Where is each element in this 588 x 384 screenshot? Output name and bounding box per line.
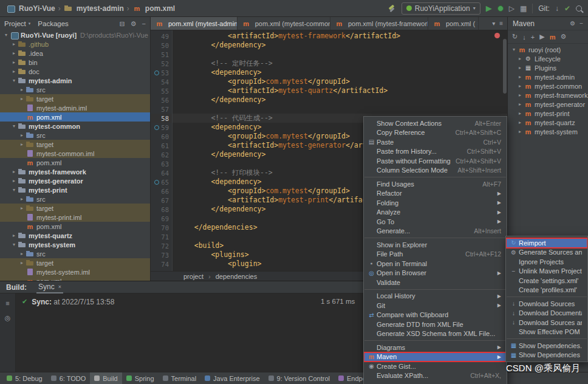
tree-toggle-icon[interactable]: ▾ [2, 32, 10, 38]
context-menu-item[interactable]: Show Context ActionsAlt+Enter [364, 118, 507, 128]
breadcrumb-item[interactable]: mpom.xml [132, 4, 175, 13]
debug-button[interactable] [497, 5, 504, 12]
tree-row[interactable]: ▾RuoYi-Vue [ruoyi]D:\products\RuoYi-Vue [0, 30, 150, 39]
gear-icon[interactable]: ⚙ [570, 20, 575, 27]
context-menu-item[interactable]: Git▶ [364, 301, 507, 310]
search-everywhere-icon[interactable] [576, 5, 582, 12]
maven-node-row[interactable]: ▸mmytest-framework [508, 91, 588, 100]
maven-submenu-item[interactable]: Show Effective POM [506, 327, 587, 337]
tree-toggle-icon[interactable]: ▸ [18, 196, 26, 202]
run-with-coverage-button[interactable]: ▷ [509, 5, 514, 12]
maven-node-row[interactable]: ▸mmytest-system [508, 127, 588, 136]
tree-row[interactable]: ▸.idea [0, 49, 150, 58]
tree-row[interactable]: ▾mytest-admin [0, 76, 150, 85]
statusbar-item-debug[interactable]: 5: Debug [2, 372, 47, 384]
code-line[interactable]: <!-- 定时任务--> [173, 59, 507, 68]
tree-row[interactable]: ▸target [0, 94, 150, 103]
code-line[interactable]: <groupId>com.mytest</groupId> [173, 77, 507, 86]
run-maven-goal-icon[interactable]: ▶ [539, 33, 544, 41]
tree-row[interactable]: ▸src [0, 85, 150, 94]
tree-row[interactable]: ▸mytest-quartz [0, 231, 150, 240]
tree-row[interactable]: ▾mytest-system [0, 240, 150, 249]
statusbar-item-terminal[interactable]: Terminal [159, 372, 201, 384]
code-line[interactable]: <dependency> [173, 68, 507, 77]
maven-submenu-item[interactable]: Create 'settings.xml' [506, 276, 587, 286]
statusbar-item-spring[interactable]: Spring [122, 372, 159, 384]
maven-submenu-item[interactable]: ⚙Generate Sources and Update Folders [506, 248, 587, 258]
context-menu-item[interactable]: Generate...Alt+Insert [364, 227, 507, 236]
context-menu-item[interactable]: Diagrams▶ [364, 343, 507, 352]
git-update-button[interactable]: ↓ [555, 5, 559, 12]
tree-toggle-icon[interactable]: ▸ [10, 41, 18, 47]
sync-status-row[interactable]: ✔ Sync: at 2022/7/15 13:58 [16, 293, 114, 372]
tree-toggle-icon[interactable]: ▸ [516, 83, 524, 89]
statusbar-item-todo[interactable]: 6: TODO [47, 372, 91, 384]
tree-row[interactable]: ▸mytest-framework [0, 167, 150, 176]
code-line[interactable] [173, 105, 507, 114]
context-menu-item[interactable]: Analyze▶ [364, 208, 507, 218]
maven-node-row[interactable]: ▸▦Plugins [508, 63, 588, 72]
tree-toggle-icon[interactable]: ▸ [18, 132, 26, 138]
context-menu-item[interactable]: Validate [364, 278, 507, 287]
tree-row[interactable]: mytest-admin.iml [0, 103, 150, 112]
tree-row[interactable]: ▸src [0, 194, 150, 204]
context-menu-item[interactable]: Copy ReferenceCtrl+Alt+Shift+C [364, 128, 507, 138]
maven-submenu-item[interactable]: ↻Reimport [506, 238, 587, 248]
tree-toggle-icon[interactable]: ▸ [10, 50, 18, 56]
tree-toggle-icon[interactable]: ▸ [18, 142, 26, 147]
tree-row[interactable]: mytest-system.iml [0, 267, 150, 276]
profiler-button[interactable]: ▦ [520, 5, 527, 12]
context-menu-item[interactable]: ▤PasteCtrl+V [364, 137, 507, 147]
run-button[interactable]: ▶ [486, 4, 492, 12]
maven-root-row[interactable]: ▾mruoyi (root) [508, 45, 588, 54]
breadcrumb-dependencies[interactable]: dependencies [216, 273, 258, 280]
tree-row[interactable]: ▸src [0, 249, 150, 258]
tree-toggle-icon[interactable]: ▸ [516, 56, 524, 61]
tree-toggle-icon[interactable]: ▸ [516, 111, 524, 116]
statusbar-item-version-control[interactable]: 9: Version Control [264, 372, 334, 384]
editor-tab[interactable]: mpom.xml (mytest-framework)× [330, 17, 428, 30]
maven-node-row[interactable]: ▸mmytest-generator [508, 100, 588, 109]
tree-row[interactable]: mpom.xml [0, 222, 150, 231]
maven-node-row[interactable]: ▸mmytest-quartz [508, 118, 588, 127]
tree-row[interactable]: mpom.xml [0, 112, 150, 122]
context-menu-item[interactable]: ⇄Compare with Clipboard [364, 310, 507, 320]
tree-toggle-icon[interactable]: ▸ [10, 60, 18, 65]
maven-submenu-item[interactable]: Create 'profiles.xml' [506, 286, 587, 295]
code-line[interactable]: </dependency> [173, 41, 507, 50]
context-menu-item[interactable]: ◉Create Gist... [364, 362, 507, 371]
breadcrumb-item[interactable]: RuoYi-Vue [6, 4, 55, 13]
tab-close-icon[interactable]: × [477, 21, 479, 27]
tree-toggle-icon[interactable]: ▾ [10, 242, 18, 247]
maven-dependency-gutter-icon[interactable] [154, 125, 159, 130]
tree-toggle-icon[interactable]: ▸ [516, 92, 524, 98]
error-indicator-icon[interactable] [494, 33, 500, 38]
tree-toggle-icon[interactable]: ▸ [10, 69, 18, 74]
packages-tab[interactable]: Packages [38, 20, 69, 27]
context-menu-item[interactable]: Go To▶ [364, 217, 507, 227]
context-menu-item[interactable]: File PathCtrl+Alt+F12 [364, 250, 507, 259]
tree-toggle-icon[interactable]: ▸ [516, 129, 524, 134]
tree-toggle-icon[interactable]: ▸ [18, 87, 26, 92]
execute-maven-goal-icon[interactable]: m [550, 33, 556, 41]
tree-toggle-icon[interactable]: ▾ [10, 123, 18, 129]
sync-tab[interactable]: Sync × [36, 281, 63, 293]
add-maven-project-icon[interactable]: + [531, 33, 535, 41]
context-menu-item[interactable]: Folding▶ [364, 198, 507, 208]
tree-toggle-icon[interactable]: ▸ [10, 178, 18, 183]
maven-node-row[interactable]: ▸⚙Lifecycle [508, 54, 588, 63]
context-menu-item[interactable]: Paste from History...Ctrl+Shift+V [364, 147, 507, 157]
tree-toggle-icon[interactable]: ▸ [10, 233, 18, 238]
tree-row[interactable]: ▸target [0, 258, 150, 267]
editor-tab[interactable]: mpom.xml (mytest-admin)× [151, 17, 238, 30]
code-line[interactable]: </dependency> [173, 95, 507, 105]
statusbar-item-java-enterprise[interactable]: Java Enterprise [200, 372, 264, 384]
statusbar-item-build[interactable]: Build [90, 372, 121, 384]
maven-node-row[interactable]: ▸mmytest-common [508, 81, 588, 91]
context-menu-item[interactable]: mMaven▶ [364, 352, 507, 362]
reimport-all-icon[interactable]: ↻ [512, 33, 518, 41]
tree-toggle-icon[interactable]: ▸ [18, 96, 26, 101]
tree-toggle-icon[interactable]: ▸ [18, 260, 26, 266]
maven-node-row[interactable]: ▸mmytest-print [508, 109, 588, 118]
context-menu-item[interactable]: Generate DTD from XML File [364, 320, 507, 329]
